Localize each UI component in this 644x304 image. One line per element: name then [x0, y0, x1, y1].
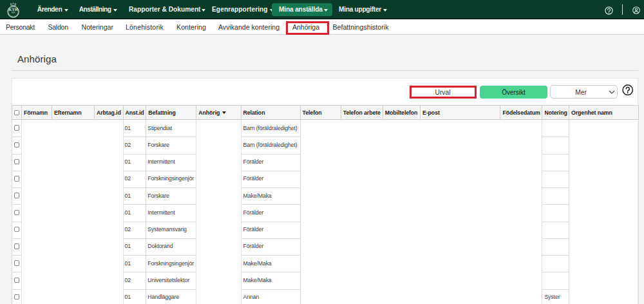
svg-text:KTH: KTH — [9, 8, 18, 12]
